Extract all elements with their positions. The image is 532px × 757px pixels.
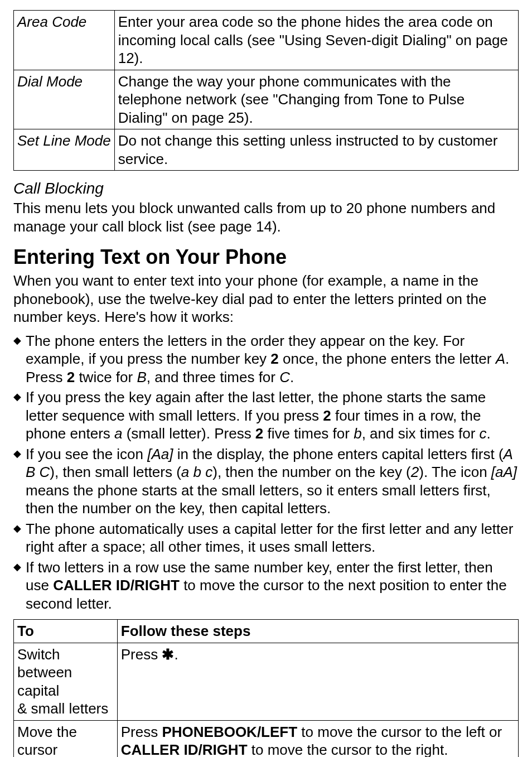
key-label: 2 [255,425,263,442]
text: . [290,369,294,385]
key-label: 2 [67,369,75,385]
text: twice for [75,369,137,385]
text: to move the cursor to the left or [297,724,502,740]
text: Press [121,724,162,740]
text: ), then small letters ( [50,464,181,480]
key-label: CALLER ID/RIGHT [121,741,248,757]
key-label: 2 [270,350,278,367]
letter: B [137,369,146,385]
text: to move the cursor to the right. [248,741,448,757]
cell-to: Move the cursor [14,720,118,757]
table-row: Switch between capital & small letters P… [14,643,519,720]
star-icon: ✱ [162,646,174,663]
row-desc: Enter your area code so the phone hides … [114,11,518,70]
text: . [174,646,178,663]
col-steps: Follow these steps [117,620,518,643]
key-label: 2 [323,407,331,424]
list-item: The phone automatically uses a capital l… [26,520,519,556]
row-label: Set Line Mode [14,129,115,171]
text: (small letter). Press [122,425,255,442]
text: The phone automatically uses a capital l… [26,520,513,556]
table-row: Dial Mode Change the way your phone comm… [14,70,519,129]
letter: A [496,350,505,367]
text: ), then the number on the key ( [212,464,411,480]
row-label: Dial Mode [14,70,115,129]
text: means the phone starts at the small lett… [26,482,491,517]
table-row: Set Line Mode Do not change this setting… [14,129,519,171]
text: Press [121,646,162,663]
key-label: PHONEBOOK/LEFT [162,724,297,740]
text: in the display, the phone enters capital… [173,446,504,462]
letter: a [114,425,122,442]
text: once, the phone enters the letter [279,350,496,367]
list-item: If you see the icon [Aa] in the display,… [26,445,519,518]
table-row: Area Code Enter your area code so the ph… [14,11,519,70]
row-label: Area Code [14,11,115,70]
key-label: CALLER ID/RIGHT [53,577,180,594]
settings-table: Area Code Enter your area code so the ph… [13,10,519,171]
letter: C [279,369,290,385]
entering-text-heading: Entering Text on Your Phone [13,244,519,269]
letter: c [480,425,487,442]
text: Switch between capital [17,646,72,699]
table-row: Move the cursor Press PHONEBOOK/LEFT to … [14,720,519,757]
row-desc: Do not change this setting unless instru… [114,129,518,171]
text: , and six times for [362,425,480,442]
text: ). The icon [419,464,491,480]
text: & small letters [17,700,108,717]
number: 2 [411,464,419,480]
letter: b [354,425,361,442]
steps-table: To Follow these steps Switch between cap… [13,619,519,757]
icon-label: [aA] [491,464,517,480]
call-blocking-body: This menu lets you block unwanted calls … [13,199,519,235]
text: , and three times for [147,369,279,385]
cell-to: Switch between capital & small letters [14,643,118,720]
text: five times for [263,425,354,442]
entering-text-intro: When you want to enter text into your ph… [13,272,519,326]
cell-steps: Press ✱. [117,643,518,720]
text: . [487,425,491,442]
row-desc: Change the way your phone communicates w… [114,70,518,129]
list-item: If two letters in a row use the same num… [26,558,519,613]
call-blocking-heading: Call Blocking [13,179,519,198]
col-to: To [14,620,118,643]
text: If you see the icon [26,446,147,462]
list-item: If you press the key again after the las… [26,388,519,443]
icon-label: [Aa] [147,446,173,462]
table-header-row: To Follow these steps [14,620,519,643]
bullet-list: The phone enters the letters in the orde… [13,332,519,613]
list-item: The phone enters the letters in the orde… [26,332,519,387]
letters: a b c [181,464,212,480]
cell-steps: Press PHONEBOOK/LEFT to move the cursor … [117,720,518,757]
